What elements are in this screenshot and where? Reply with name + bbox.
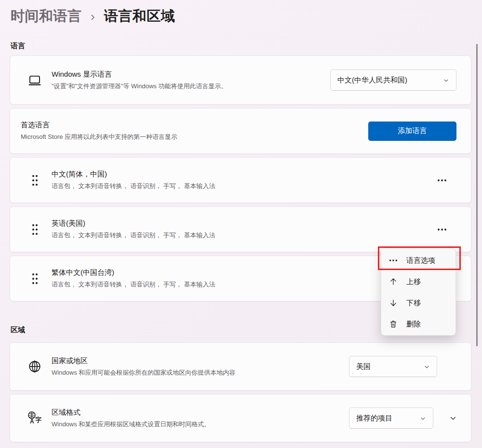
language-row-en-us: 英语(美国) 语言包， 文本到语音转换， 语音识别， 手写， 基本输入法 [10, 206, 471, 252]
regional-format-card: A 字 区域格式 Windows 和某些应用根据区域格式设置日期和时间格式。 推… [10, 394, 471, 442]
format-value: 推荐的项目 [356, 414, 392, 423]
country-region-description: Windows 和应用可能会根据你所在的国家或地区向你提供本地内容 [52, 368, 349, 377]
svg-text:A: A [30, 418, 34, 425]
svg-text:字: 字 [35, 416, 41, 423]
laptop-icon [18, 73, 52, 87]
more-button[interactable] [431, 172, 453, 189]
drag-handle-icon[interactable] [18, 174, 52, 187]
preferred-language-card: 首选语言 Microsoft Store 应用将以此列表中支持的第一种语言显示 … [10, 108, 471, 154]
expand-card-button[interactable] [445, 409, 461, 427]
page-title: 语言和区域 [104, 8, 175, 24]
drag-handle-icon[interactable] [18, 223, 52, 236]
language-row-zh-cn: 中文(简体，中国) 语言包， 文本到语音转换， 语音识别， 手写， 基本输入法 [10, 157, 471, 203]
language-features: 语言包， 文本到语音转换， 语音识别， 手写， 基本输入法 [52, 231, 431, 240]
country-region-title: 国家或地区 [52, 356, 349, 366]
settings-page: 时间和语言 › 语言和区域 语言 Windows 显示语言 "设置"和"文件资源… [0, 0, 482, 448]
section-label-language: 语言 [11, 41, 482, 51]
add-language-button[interactable]: 添加语言 [368, 122, 456, 141]
menu-item-move-up[interactable]: 上移 [381, 271, 455, 292]
country-value: 美国 [356, 362, 371, 371]
chevron-down-icon [449, 414, 457, 422]
menu-item-label: 删除 [406, 320, 421, 329]
breadcrumb-parent[interactable]: 时间和语言 [11, 8, 82, 24]
arrow-up-icon [388, 277, 399, 286]
display-language-description: "设置"和"文件资源管理器"等 Windows 功能将使用此语言显示。 [52, 82, 330, 91]
chevron-down-icon [420, 415, 426, 421]
region-cards: 国家或地区 Windows 和应用可能会根据你所在的国家或地区向你提供本地内容 … [10, 342, 471, 442]
display-language-card: Windows 显示语言 "设置"和"文件资源管理器"等 Windows 功能将… [10, 55, 471, 105]
language-context-menu: 语言选项 上移 下移 删除 [381, 248, 456, 336]
translate-icon: A 字 [18, 410, 52, 426]
country-dropdown[interactable]: 美国 [349, 356, 437, 377]
menu-item-label: 上移 [406, 277, 421, 286]
more-icon [388, 259, 399, 262]
arrow-down-icon [388, 298, 399, 308]
display-language-title: Windows 显示语言 [52, 70, 330, 79]
drag-handle-icon[interactable] [18, 272, 52, 285]
scrollbar[interactable] [476, 44, 478, 346]
language-name: 英语(美国) [52, 219, 431, 228]
format-dropdown[interactable]: 推荐的项目 [349, 407, 433, 429]
preferred-language-title: 首选语言 [21, 121, 368, 130]
country-region-card: 国家或地区 Windows 和应用可能会根据你所在的国家或地区向你提供本地内容 … [10, 342, 471, 391]
menu-item-language-options[interactable]: 语言选项 [381, 250, 455, 271]
menu-item-delete[interactable]: 删除 [381, 313, 455, 335]
preferred-language-description: Microsoft Store 应用将以此列表中支持的第一种语言显示 [21, 133, 368, 141]
trash-icon [388, 319, 399, 329]
language-features: 语言包， 文本到语音转换， 语音识别， 手写， 基本输入法 [52, 182, 431, 190]
menu-item-label: 下移 [406, 299, 421, 308]
breadcrumb-separator-icon: › [91, 9, 95, 24]
regional-format-description: Windows 和某些应用根据区域格式设置日期和时间格式。 [52, 420, 349, 429]
menu-item-label: 语言选项 [406, 256, 435, 265]
chevron-down-icon [443, 77, 449, 83]
more-button[interactable] [431, 221, 453, 238]
chevron-down-icon [424, 364, 430, 370]
breadcrumb: 时间和语言 › 语言和区域 [0, 0, 482, 26]
globe-icon [18, 359, 52, 374]
more-icon [437, 228, 447, 231]
display-language-dropdown[interactable]: 中文(中华人民共和国) [330, 69, 456, 91]
language-name: 中文(简体，中国) [52, 170, 431, 179]
display-language-value: 中文(中华人民共和国) [337, 76, 407, 85]
regional-format-title: 区域格式 [52, 408, 349, 417]
more-icon [437, 179, 447, 182]
menu-item-move-down[interactable]: 下移 [381, 292, 455, 313]
